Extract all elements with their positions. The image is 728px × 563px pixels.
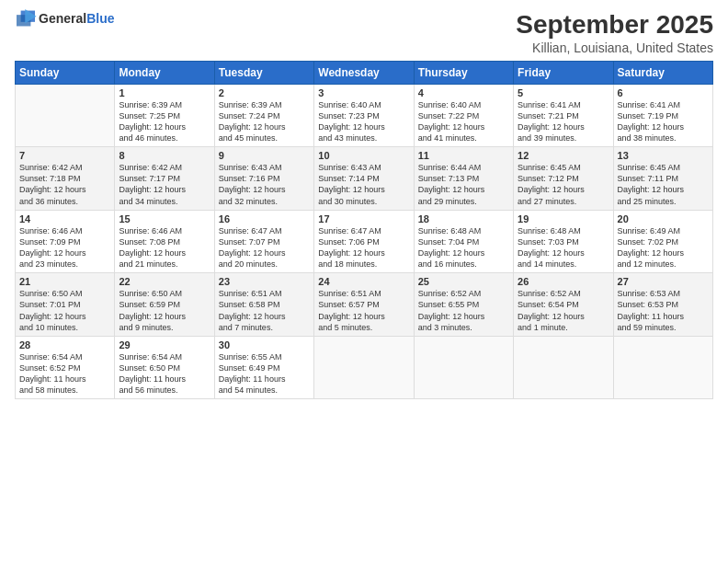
calendar-cell: 15Sunrise: 6:46 AM Sunset: 7:08 PM Dayli… xyxy=(115,210,214,273)
day-info: Sunrise: 6:43 AM Sunset: 7:14 PM Dayligh… xyxy=(318,162,409,207)
calendar-cell xyxy=(514,336,613,399)
title-block: September 2025 Killian, Louisiana, Unite… xyxy=(516,9,713,55)
calendar-cell xyxy=(414,336,513,399)
day-info: Sunrise: 6:50 AM Sunset: 6:59 PM Dayligh… xyxy=(119,288,210,333)
day-number: 1 xyxy=(119,87,210,98)
calendar-cell xyxy=(16,84,115,147)
day-info: Sunrise: 6:45 AM Sunset: 7:11 PM Dayligh… xyxy=(618,162,709,207)
day-info: Sunrise: 6:44 AM Sunset: 7:13 PM Dayligh… xyxy=(418,162,509,207)
calendar-week-row: 21Sunrise: 6:50 AM Sunset: 7:01 PM Dayli… xyxy=(16,273,713,337)
day-info: Sunrise: 6:55 AM Sunset: 6:49 PM Dayligh… xyxy=(219,351,310,396)
logo: GeneralBlue xyxy=(15,9,114,28)
calendar-weekday: Friday xyxy=(514,61,613,84)
day-number: 22 xyxy=(119,276,210,287)
calendar-weekday: Wednesday xyxy=(314,61,414,84)
day-info: Sunrise: 6:51 AM Sunset: 6:58 PM Dayligh… xyxy=(219,288,310,333)
day-number: 17 xyxy=(318,213,409,224)
calendar-weekday: Saturday xyxy=(613,61,712,84)
calendar-cell: 7Sunrise: 6:42 AM Sunset: 7:18 PM Daylig… xyxy=(16,147,115,211)
calendar-weekday: Sunday xyxy=(16,61,115,84)
day-info: Sunrise: 6:48 AM Sunset: 7:03 PM Dayligh… xyxy=(518,225,609,270)
calendar-cell: 1Sunrise: 6:39 AM Sunset: 7:25 PM Daylig… xyxy=(115,84,214,147)
calendar-cell: 17Sunrise: 6:47 AM Sunset: 7:06 PM Dayli… xyxy=(314,210,414,273)
calendar-cell: 20Sunrise: 6:49 AM Sunset: 7:02 PM Dayli… xyxy=(613,210,712,273)
calendar-cell xyxy=(613,336,712,399)
day-number: 15 xyxy=(119,213,210,224)
day-info: Sunrise: 6:47 AM Sunset: 7:07 PM Dayligh… xyxy=(219,225,310,270)
calendar-cell: 18Sunrise: 6:48 AM Sunset: 7:04 PM Dayli… xyxy=(414,210,513,273)
day-number: 25 xyxy=(418,276,509,287)
day-number: 5 xyxy=(518,87,609,98)
day-info: Sunrise: 6:46 AM Sunset: 7:09 PM Dayligh… xyxy=(19,225,110,270)
day-info: Sunrise: 6:46 AM Sunset: 7:08 PM Dayligh… xyxy=(119,225,210,270)
day-number: 20 xyxy=(618,213,709,224)
calendar-cell: 11Sunrise: 6:44 AM Sunset: 7:13 PM Dayli… xyxy=(414,147,513,211)
day-info: Sunrise: 6:50 AM Sunset: 7:01 PM Dayligh… xyxy=(19,288,110,333)
header: GeneralBlue September 2025 Killian, Loui… xyxy=(15,9,713,55)
day-info: Sunrise: 6:48 AM Sunset: 7:04 PM Dayligh… xyxy=(418,225,509,270)
day-number: 16 xyxy=(219,213,310,224)
calendar-week-row: 14Sunrise: 6:46 AM Sunset: 7:09 PM Dayli… xyxy=(16,210,713,273)
day-number: 14 xyxy=(19,213,110,224)
day-number: 11 xyxy=(418,150,509,161)
day-number: 18 xyxy=(418,213,509,224)
day-info: Sunrise: 6:52 AM Sunset: 6:54 PM Dayligh… xyxy=(518,288,609,333)
calendar-cell: 6Sunrise: 6:41 AM Sunset: 7:19 PM Daylig… xyxy=(613,84,712,147)
day-number: 24 xyxy=(318,276,409,287)
day-info: Sunrise: 6:40 AM Sunset: 7:22 PM Dayligh… xyxy=(418,99,509,144)
day-info: Sunrise: 6:41 AM Sunset: 7:19 PM Dayligh… xyxy=(618,99,709,144)
calendar-week-row: 28Sunrise: 6:54 AM Sunset: 6:52 PM Dayli… xyxy=(16,336,713,399)
page-subtitle: Killian, Louisiana, United States xyxy=(516,40,713,55)
calendar-cell: 16Sunrise: 6:47 AM Sunset: 7:07 PM Dayli… xyxy=(214,210,313,273)
day-number: 4 xyxy=(418,87,509,98)
day-info: Sunrise: 6:40 AM Sunset: 7:23 PM Dayligh… xyxy=(318,99,409,144)
day-number: 28 xyxy=(19,339,110,350)
day-number: 12 xyxy=(518,150,609,161)
calendar: SundayMondayTuesdayWednesdayThursdayFrid… xyxy=(15,61,713,400)
day-info: Sunrise: 6:51 AM Sunset: 6:57 PM Dayligh… xyxy=(318,288,409,333)
calendar-cell: 2Sunrise: 6:39 AM Sunset: 7:24 PM Daylig… xyxy=(214,84,313,147)
calendar-cell: 29Sunrise: 6:54 AM Sunset: 6:50 PM Dayli… xyxy=(115,336,214,399)
day-number: 9 xyxy=(219,150,310,161)
day-info: Sunrise: 6:54 AM Sunset: 6:52 PM Dayligh… xyxy=(19,351,110,396)
calendar-weekday: Thursday xyxy=(414,61,513,84)
day-number: 8 xyxy=(119,150,210,161)
calendar-cell: 4Sunrise: 6:40 AM Sunset: 7:22 PM Daylig… xyxy=(414,84,513,147)
calendar-week-row: 1Sunrise: 6:39 AM Sunset: 7:25 PM Daylig… xyxy=(16,84,713,147)
calendar-cell: 3Sunrise: 6:40 AM Sunset: 7:23 PM Daylig… xyxy=(314,84,414,147)
calendar-cell: 25Sunrise: 6:52 AM Sunset: 6:55 PM Dayli… xyxy=(414,273,513,337)
calendar-cell: 13Sunrise: 6:45 AM Sunset: 7:11 PM Dayli… xyxy=(613,147,712,211)
calendar-weekday: Tuesday xyxy=(214,61,313,84)
day-number: 19 xyxy=(518,213,609,224)
calendar-cell xyxy=(314,336,414,399)
day-number: 13 xyxy=(618,150,709,161)
day-info: Sunrise: 6:54 AM Sunset: 6:50 PM Dayligh… xyxy=(119,351,210,396)
calendar-cell: 26Sunrise: 6:52 AM Sunset: 6:54 PM Dayli… xyxy=(514,273,613,337)
calendar-cell: 19Sunrise: 6:48 AM Sunset: 7:03 PM Dayli… xyxy=(514,210,613,273)
day-number: 30 xyxy=(219,339,310,350)
calendar-cell: 22Sunrise: 6:50 AM Sunset: 6:59 PM Dayli… xyxy=(115,273,214,337)
day-info: Sunrise: 6:41 AM Sunset: 7:21 PM Dayligh… xyxy=(518,99,609,144)
calendar-cell: 14Sunrise: 6:46 AM Sunset: 7:09 PM Dayli… xyxy=(16,210,115,273)
calendar-cell: 23Sunrise: 6:51 AM Sunset: 6:58 PM Dayli… xyxy=(214,273,313,337)
calendar-cell: 30Sunrise: 6:55 AM Sunset: 6:49 PM Dayli… xyxy=(214,336,313,399)
day-info: Sunrise: 6:53 AM Sunset: 6:53 PM Dayligh… xyxy=(618,288,709,333)
day-number: 7 xyxy=(19,150,110,161)
day-number: 21 xyxy=(19,276,110,287)
day-info: Sunrise: 6:42 AM Sunset: 7:17 PM Dayligh… xyxy=(119,162,210,207)
calendar-weekday: Monday xyxy=(115,61,214,84)
day-info: Sunrise: 6:52 AM Sunset: 6:55 PM Dayligh… xyxy=(418,288,509,333)
day-info: Sunrise: 6:39 AM Sunset: 7:24 PM Dayligh… xyxy=(219,99,310,144)
day-number: 27 xyxy=(618,276,709,287)
calendar-cell: 27Sunrise: 6:53 AM Sunset: 6:53 PM Dayli… xyxy=(613,273,712,337)
day-info: Sunrise: 6:47 AM Sunset: 7:06 PM Dayligh… xyxy=(318,225,409,270)
logo-text: GeneralBlue xyxy=(39,11,114,26)
calendar-cell: 9Sunrise: 6:43 AM Sunset: 7:16 PM Daylig… xyxy=(214,147,313,211)
day-info: Sunrise: 6:42 AM Sunset: 7:18 PM Dayligh… xyxy=(19,162,110,207)
day-info: Sunrise: 6:49 AM Sunset: 7:02 PM Dayligh… xyxy=(618,225,709,270)
calendar-cell: 8Sunrise: 6:42 AM Sunset: 7:17 PM Daylig… xyxy=(115,147,214,211)
page: GeneralBlue September 2025 Killian, Loui… xyxy=(0,0,728,563)
calendar-cell: 24Sunrise: 6:51 AM Sunset: 6:57 PM Dayli… xyxy=(314,273,414,337)
day-number: 2 xyxy=(219,87,310,98)
logo-icon xyxy=(15,9,37,28)
